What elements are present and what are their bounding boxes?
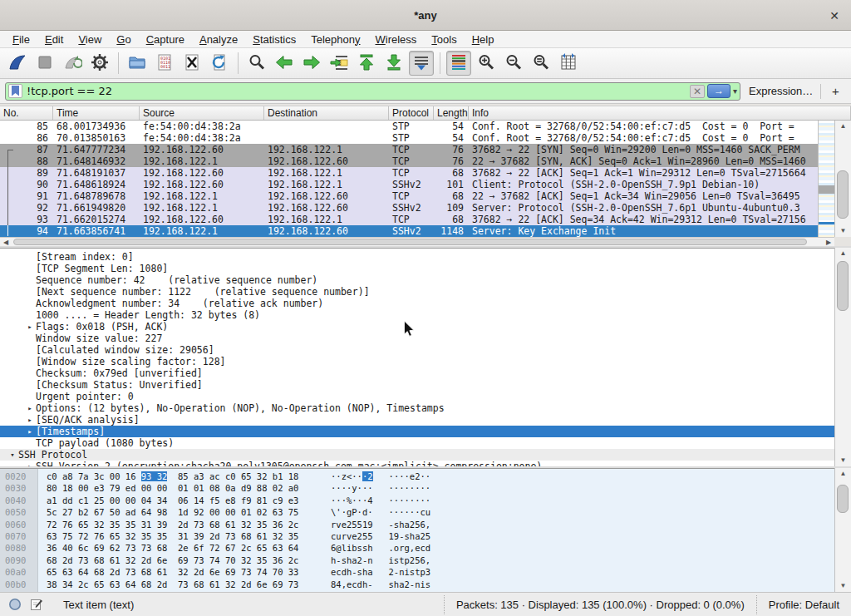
capture-options-button[interactable] xyxy=(87,51,112,76)
go-back-button[interactable] xyxy=(272,51,297,76)
hex-ascii[interactable]: h-sha2-n istp256, xyxy=(331,554,430,566)
expand-arrow-icon[interactable]: ▸ xyxy=(24,426,36,437)
packet-row-94[interactable]: 9471.663856741192.168.122.1192.168.122.6… xyxy=(0,225,818,237)
close-file-button[interactable] xyxy=(180,51,204,76)
go-to-packet-button[interactable] xyxy=(327,51,352,76)
hex-row-0030[interactable]: 003080 18 00 e3 79 ed 00 00 01 01 08 0a … xyxy=(0,482,836,494)
hex-row-0050[interactable]: 00505c 27 b2 67 50 ad 64 98 1d 92 00 00 … xyxy=(0,506,836,518)
scroll-left-arrow[interactable]: ◀ xyxy=(0,238,12,246)
filter-add-button[interactable]: + xyxy=(829,84,842,98)
column-protocol[interactable]: Protocol xyxy=(389,106,434,120)
detail-line[interactable]: Acknowledgment number: 34 (relative ack … xyxy=(0,298,836,309)
auto-scroll-button[interactable] xyxy=(409,51,434,76)
start-capture-button[interactable] xyxy=(5,51,30,76)
hex-ascii[interactable]: 6@libssh .org,ecd xyxy=(331,542,430,554)
detail-line[interactable]: ▸Options: (12 bytes), No-Operation (NOP)… xyxy=(0,402,836,414)
hex-ascii[interactable]: \'·gP·d· ······cu xyxy=(331,506,430,518)
scroll-right-arrow[interactable]: ▶ xyxy=(823,238,834,246)
display-filter-input[interactable] xyxy=(27,85,690,97)
hex-row-0060[interactable]: 006072 76 65 32 35 35 31 39 2d 73 68 61 … xyxy=(0,519,836,530)
detail-line[interactable]: Urgent pointer: 0 xyxy=(0,391,836,402)
resize-columns-button[interactable] xyxy=(556,51,581,76)
packet-row-85[interactable]: 8568.001734936fe:54:00:d4:38:2aSTP54Conf… xyxy=(0,121,818,132)
menu-file[interactable]: File xyxy=(5,32,37,47)
scroll-up-arrow[interactable]: ▲ xyxy=(835,468,851,480)
hex-row-0080[interactable]: 008036 40 6c 69 62 73 73 68 2e 6f 72 67 … xyxy=(0,542,836,554)
hex-bytes[interactable]: 5c 27 b2 67 50 ad 64 98 1d 92 00 00 01 0… xyxy=(38,506,331,518)
capture-comment-icon[interactable] xyxy=(30,598,43,611)
expand-arrow-icon[interactable]: ▸ xyxy=(24,321,36,333)
packet-list-header[interactable]: No. Time Source Destination Protocol Len… xyxy=(0,106,851,121)
hex-row-0090[interactable]: 009068 2d 73 68 61 32 2d 6e 69 73 74 70 … xyxy=(0,554,836,566)
hex-ascii[interactable]: ··z<···2 ····e2·· xyxy=(331,471,430,482)
detail-line[interactable]: Window size value: 227 xyxy=(0,333,836,344)
hex-bytes[interactable]: 36 40 6c 69 62 73 73 68 2e 6f 72 67 2c 6… xyxy=(38,542,331,554)
column-info[interactable]: Info xyxy=(469,106,851,120)
scroll-down-arrow[interactable]: ▼ xyxy=(835,580,851,592)
zoom-in-button[interactable] xyxy=(474,51,499,76)
expand-arrow-icon[interactable]: ▾ xyxy=(7,449,18,461)
packet-row-89[interactable]: 8971.648191037192.168.122.60192.168.122.… xyxy=(0,167,818,179)
zoom-reset-button[interactable] xyxy=(529,51,553,76)
detail-line[interactable]: Checksum: 0x79ed [unverified] xyxy=(0,367,836,379)
hex-row-00b0[interactable]: 00b038 34 2c 65 63 64 68 2d 73 68 61 32 … xyxy=(0,579,836,590)
expand-arrow-icon[interactable]: ▸ xyxy=(24,402,36,414)
stop-capture-button[interactable] xyxy=(32,51,57,76)
scroll-down-arrow[interactable]: ▼ xyxy=(835,225,851,237)
detail-line[interactable]: ▸Flags: 0x018 (PSH, ACK) xyxy=(0,321,836,333)
packet-bytes-pane[interactable]: 0020c0 a8 7a 3c 00 16 93 32 85 a3 ac c0 … xyxy=(0,468,836,592)
filter-clear-button[interactable]: ✕ xyxy=(690,85,705,98)
detail-line[interactable]: Sequence number: 42 (relative sequence n… xyxy=(0,274,836,286)
hex-ascii[interactable]: ····y··· ········ xyxy=(331,482,430,494)
hex-bytes[interactable]: 38 34 2c 65 63 64 68 2d 73 68 61 32 2d 6… xyxy=(38,579,331,590)
scroll-down-arrow[interactable]: ▼ xyxy=(835,455,851,466)
scroll-thumb[interactable] xyxy=(837,485,849,513)
packet-details-pane[interactable]: [Stream index: 0][TCP Segment Len: 1080]… xyxy=(0,248,836,466)
packet-row-87[interactable]: 8771.647777234192.168.122.60192.168.122.… xyxy=(0,144,818,155)
menu-statistics[interactable]: Statistics xyxy=(245,32,303,47)
zoom-out-button[interactable] xyxy=(501,51,526,76)
hex-ascii[interactable]: 84,ecdh- sha2-nis xyxy=(331,579,430,590)
hex-row-0070[interactable]: 007063 75 72 76 65 32 35 35 31 39 2d 73 … xyxy=(0,530,836,542)
hex-bytes[interactable]: 63 75 72 76 65 32 35 35 31 39 2d 73 68 6… xyxy=(38,530,331,542)
hex-bytes[interactable]: c0 a8 7a 3c 00 16 93 32 85 a3 ac c0 65 3… xyxy=(38,471,331,482)
menu-telephony[interactable]: Telephony xyxy=(303,32,367,47)
detail-line[interactable]: [Window size scaling factor: 128] xyxy=(0,356,836,367)
packet-row-92[interactable]: 9271.661949820192.168.122.1192.168.122.6… xyxy=(0,202,818,214)
hex-row-0020[interactable]: 0020c0 a8 7a 3c 00 16 93 32 85 a3 ac c0 … xyxy=(0,471,836,482)
window-close-button[interactable]: ✕ xyxy=(826,7,843,24)
packet-row-88[interactable]: 8871.648146932192.168.122.1192.168.122.6… xyxy=(0,155,818,167)
expand-arrow-icon[interactable]: ▸ xyxy=(24,414,36,426)
detail-line[interactable]: ▾SSH Protocol xyxy=(0,449,836,461)
go-first-button[interactable] xyxy=(354,51,379,76)
filter-apply-button[interactable]: → xyxy=(707,84,730,98)
packet-row-93[interactable]: 9371.662015274192.168.122.60192.168.122.… xyxy=(0,214,818,225)
detail-line[interactable]: [Checksum Status: Unverified] xyxy=(0,379,836,391)
column-destination[interactable]: Destination xyxy=(264,106,389,120)
hex-bytes[interactable]: 72 76 65 32 35 35 31 39 2d 73 68 61 32 3… xyxy=(38,519,331,530)
save-file-button[interactable]: 010101100011 xyxy=(152,51,177,76)
detail-line[interactable]: ▸[SEQ/ACK analysis] xyxy=(0,414,836,426)
restart-capture-button[interactable] xyxy=(60,51,85,76)
status-profile[interactable]: Profile: Default xyxy=(756,595,851,614)
detail-line[interactable]: [TCP Segment Len: 1080] xyxy=(0,263,836,274)
hex-ascii[interactable]: ecdh-sha 2-nistp3 xyxy=(331,566,430,578)
details-vscrollbar[interactable]: ▲ ▼ xyxy=(834,248,851,466)
detail-line[interactable]: [Calculated window size: 29056] xyxy=(0,344,836,356)
menu-go[interactable]: Go xyxy=(109,32,138,47)
detail-line[interactable]: ▸SSH Version 2 (encryption:chacha20-poly… xyxy=(0,461,836,466)
display-filter-field[interactable]: ✕ → ▾ xyxy=(5,82,740,101)
scroll-up-arrow[interactable]: ▲ xyxy=(835,121,851,132)
detail-line[interactable]: 1000 .... = Header Length: 32 bytes (8) xyxy=(0,309,836,321)
menu-edit[interactable]: Edit xyxy=(37,32,71,47)
packet-list-minimap[interactable] xyxy=(818,121,834,237)
hex-row-0040[interactable]: 0040a1 dd c1 25 00 00 04 34 06 14 f5 e8 … xyxy=(0,495,836,506)
hex-bytes[interactable]: 80 18 00 e3 79 ed 00 00 01 01 08 0a d9 8… xyxy=(38,482,331,494)
detail-line[interactable]: [Stream index: 0] xyxy=(0,251,836,263)
hex-row-00a0[interactable]: 00a065 63 64 68 2d 73 68 61 32 2d 6e 69 … xyxy=(0,566,836,578)
packet-row-86[interactable]: 8670.013850163fe:54:00:d4:38:2aSTP54Conf… xyxy=(0,132,818,144)
packet-row-91[interactable]: 9171.648789678192.168.122.1192.168.122.6… xyxy=(0,190,818,202)
column-source[interactable]: Source xyxy=(140,106,264,120)
go-last-button[interactable] xyxy=(381,51,406,76)
scroll-thumb[interactable] xyxy=(837,170,849,219)
